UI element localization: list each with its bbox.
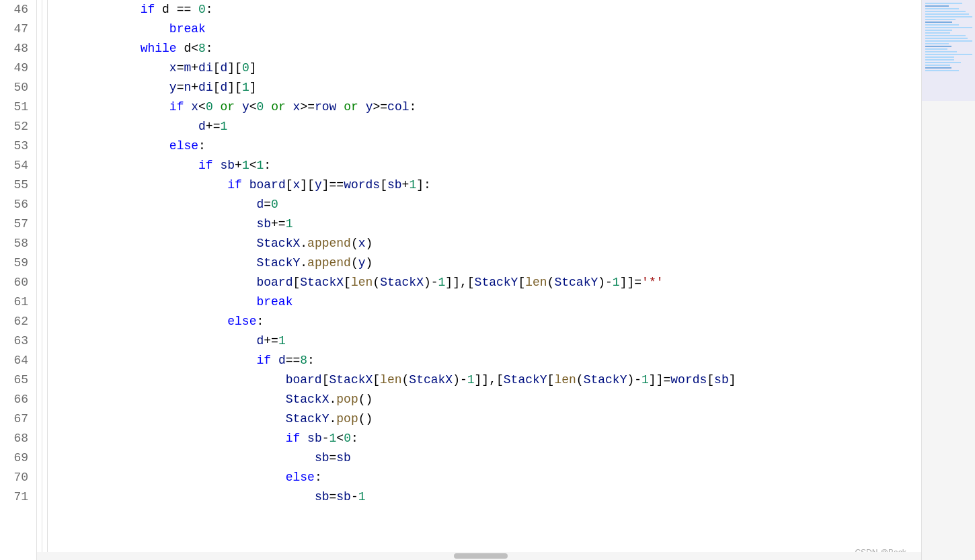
svg-rect-27: [922, 0, 975, 101]
token-plain: <: [249, 156, 257, 175]
code-line: break: [48, 292, 921, 312]
line-number: 69: [5, 448, 28, 468]
token-num: 0: [198, 0, 206, 19]
token-var: StackY: [256, 253, 300, 273]
token-kw: if: [227, 175, 242, 195]
minimap-svg: [922, 0, 975, 560]
token-plain: ): [366, 253, 373, 273]
token-plain: [: [373, 370, 380, 390]
token-kw: else: [169, 136, 198, 156]
token-plain: ]],[: [475, 370, 504, 390]
token-var: sb: [307, 429, 322, 448]
token-var: x: [293, 97, 301, 117]
code-line: if board[x][y]==words[sb+1]:: [48, 175, 921, 195]
token-plain: (: [547, 273, 555, 292]
token-num: 1: [220, 117, 227, 136]
minimap-content: [922, 0, 975, 560]
code-line: if sb-1<0:: [48, 429, 921, 448]
code-line: d+=1: [48, 331, 921, 351]
line-number: 59: [5, 253, 28, 273]
token-plain: :: [351, 429, 358, 448]
line-number: 47: [5, 19, 28, 39]
token-plain: (: [402, 370, 410, 390]
token-plain: <: [198, 97, 206, 117]
token-var: StackY: [475, 273, 518, 292]
token-plain: d<: [177, 39, 198, 58]
code-line: sb=sb-1: [48, 487, 921, 507]
token-var: sb: [220, 156, 235, 175]
token-plain: ]:: [416, 175, 431, 195]
token-plain: .: [300, 234, 307, 253]
token-kw: while: [141, 39, 177, 58]
token-var: x: [293, 175, 301, 195]
scrollbar-thumb[interactable]: [454, 553, 508, 559]
token-plain: :: [315, 468, 322, 487]
token-num: 1: [257, 156, 264, 175]
token-plain: -: [351, 487, 358, 507]
code-line: y=n+di[d][1]: [48, 78, 921, 97]
token-plain: [286, 97, 293, 117]
line-number: 58: [5, 234, 28, 253]
code-line: else:: [48, 136, 921, 156]
token-var: row: [315, 97, 336, 117]
token-num: 1: [438, 273, 446, 292]
token-plain: ]==: [322, 175, 344, 195]
line-number: 55: [5, 175, 28, 195]
token-fn: len: [554, 370, 576, 390]
token-var: di: [198, 58, 213, 78]
line-number: 64: [5, 351, 28, 370]
line-number: 57: [5, 214, 28, 234]
token-plain: (: [576, 370, 584, 390]
line-number: 53: [5, 136, 28, 156]
line-number: 71: [5, 487, 28, 507]
token-num: 0: [344, 429, 351, 448]
token-var: y: [242, 97, 249, 117]
token-plain: :: [206, 39, 213, 58]
token-plain: =: [663, 370, 670, 390]
token-plain: ]: [249, 78, 257, 97]
token-var: sb: [336, 487, 351, 507]
code-line: else:: [48, 312, 921, 331]
token-plain: [: [344, 273, 351, 292]
token-kw: if: [198, 156, 213, 175]
token-var: sb: [336, 448, 351, 468]
token-plain: +: [402, 175, 410, 195]
token-plain: d ==: [155, 0, 198, 19]
token-num: 1: [329, 429, 337, 448]
token-plain: ]]: [620, 273, 635, 292]
code-area[interactable]: if d == 0: break while d<8: x=m+di[d][0]…: [48, 0, 921, 560]
token-plain: ][: [227, 78, 242, 97]
token-var: words: [344, 175, 380, 195]
line-number: 48: [5, 39, 28, 58]
line-number: 62: [5, 312, 28, 331]
token-plain: [300, 429, 307, 448]
line-number: 68: [5, 429, 28, 448]
token-plain: )-: [424, 273, 438, 292]
token-var: y: [315, 175, 322, 195]
token-plain: .: [300, 253, 307, 273]
token-num: 8: [198, 39, 206, 58]
token-num: 1: [641, 370, 649, 390]
token-kw: if: [256, 351, 271, 370]
code-line: board[StackX[len(StackX)-1]],[StackY[len…: [48, 273, 921, 292]
horizontal-scrollbar[interactable]: [37, 552, 921, 560]
token-plain: -: [322, 429, 329, 448]
token-plain: .: [329, 409, 336, 429]
line-numbers: 4647484950515253545556575859606162636465…: [0, 0, 37, 560]
token-var: StcakX: [409, 370, 453, 390]
token-plain: =: [329, 487, 336, 507]
token-var: x: [358, 234, 366, 253]
token-var: y: [358, 253, 366, 273]
code-line: StackY.append(y): [48, 253, 921, 273]
token-plain: +: [235, 156, 242, 175]
token-var: x: [191, 97, 198, 117]
token-plain: .: [329, 390, 336, 409]
code-line: else:: [48, 468, 921, 487]
token-num: 1: [278, 331, 286, 351]
token-var: board: [249, 175, 286, 195]
token-var: StackY: [286, 409, 329, 429]
token-plain: ][: [227, 58, 242, 78]
token-num: 0: [206, 97, 213, 117]
code-line: board[StackX[len(StcakX)-1]],[StackY[len…: [48, 370, 921, 390]
token-var: d: [221, 78, 228, 97]
